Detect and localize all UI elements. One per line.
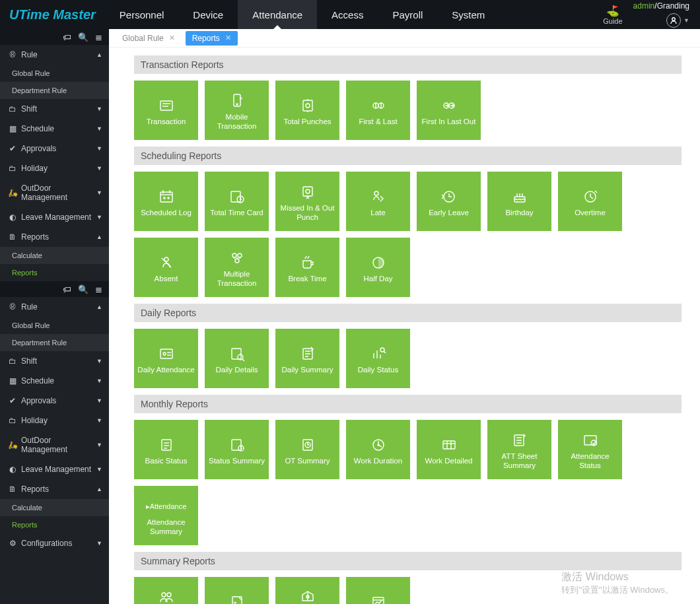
menu-item-schedule[interactable]: ▦ Schedule ▼: [0, 371, 109, 391]
report-card-overtime[interactable]: Overtime: [558, 172, 622, 231]
report-card-absent[interactable]: Absent: [134, 238, 198, 297]
report-card-break-time[interactable]: Break Time: [275, 238, 339, 297]
report-card-daily-details[interactable]: Daily Details: [205, 329, 269, 388]
header-tab-attendance[interactable]: Attendance: [238, 0, 317, 29]
menu-item-reports[interactable]: 🗎 Reports ▲: [0, 227, 109, 247]
menu-sub-calculate[interactable]: Calculate: [0, 499, 109, 516]
multi-icon: [227, 246, 247, 270]
svg-point-0: [672, 18, 675, 20]
menu-label: Leave Management: [18, 213, 96, 222]
report-card-attendance-status[interactable]: Attendance Status: [558, 420, 622, 479]
menu-item-approvals[interactable]: ✔ Approvals ▼: [0, 139, 109, 158]
card-grid: Scheduled Log Total Time Card Missed In …: [134, 172, 682, 297]
user-avatar-icon: [666, 13, 681, 28]
close-icon[interactable]: ✕: [225, 34, 231, 42]
menu-item-rule[interactable]: ® Rule ▲: [0, 45, 109, 65]
report-card-department-summary[interactable]: Department Summary: [275, 577, 339, 604]
report-card-missed-in-out-punch[interactable]: Missed In & Out Punch: [275, 172, 339, 231]
menu-item-leave-management[interactable]: ◐ Leave Management ▼: [0, 207, 109, 227]
report-card-multiple-transaction[interactable]: Multiple Transaction: [205, 238, 269, 297]
menu-item-outdoor-management[interactable]: 🛵 OutDoor Management ▼: [0, 430, 109, 459]
report-card-daily-attendance[interactable]: Daily Attendance: [134, 329, 198, 388]
card-label: Work Detailed: [425, 457, 472, 466]
menu-item-schedule[interactable]: ▦ Schedule ▼: [0, 119, 109, 139]
report-card-work-duration[interactable]: Work Duration: [346, 420, 410, 479]
report-card-work-detailed[interactable]: Work Detailed: [417, 420, 481, 479]
menu-sub-department-rule[interactable]: Department Rule: [0, 334, 109, 351]
menu-sub-global-rule[interactable]: Global Rule: [0, 317, 109, 334]
header-tab-device[interactable]: Device: [178, 0, 238, 29]
page-tab-global-rule[interactable]: Global Rule✕: [116, 31, 182, 46]
report-card-early-leave[interactable]: Early Leave: [417, 172, 481, 231]
svg-point-55: [378, 444, 379, 446]
menu-item-holiday[interactable]: 🗀 Holiday ▼: [0, 411, 109, 430]
menu-item-outdoor-management[interactable]: 🛵 OutDoor Management ▼: [0, 178, 109, 207]
guide-button[interactable]: ⛳ Guide: [603, 5, 622, 25]
user-menu[interactable]: ▼: [666, 13, 689, 28]
search-icon[interactable]: 🔍: [78, 32, 88, 42]
menu-label: Rule: [18, 50, 96, 59]
user-block: admin/Granding ▼: [633, 1, 689, 28]
report-card-leave-summary[interactable]: Leave Summary: [205, 577, 269, 604]
menu-label: Schedule: [18, 124, 96, 133]
report-card-scheduled-log[interactable]: Scheduled Log: [134, 172, 198, 231]
report-card-yearly-summary[interactable]: Yearly Summary: [346, 577, 410, 604]
guide-icon: ⛳: [606, 5, 619, 17]
menu-sub-department-rule[interactable]: Department Rule: [0, 82, 109, 99]
menu-icon: 🛵: [7, 188, 18, 197]
report-card-att-sheet-summary[interactable]: ATT Sheet Summary: [487, 420, 551, 479]
report-card-status-summary[interactable]: Status Summary: [205, 420, 269, 479]
list-icon[interactable]: ≣: [95, 32, 102, 42]
clockback-icon: [439, 185, 459, 209]
menu-icon: ⚙: [7, 539, 18, 548]
report-card-total-time-card[interactable]: Total Time Card: [205, 172, 269, 231]
menu-sub-calculate[interactable]: Calculate: [0, 247, 109, 264]
report-card-total-punches[interactable]: Total Punches: [275, 81, 339, 140]
report-card-transaction[interactable]: Transaction: [134, 81, 198, 140]
card-label: Early Leave: [429, 209, 469, 218]
page-tab-reports[interactable]: Reports✕: [186, 31, 238, 46]
list-icon[interactable]: ≣: [95, 285, 102, 294]
timecard-icon: [227, 185, 247, 209]
header-tab-payroll[interactable]: Payroll: [378, 0, 437, 29]
card-label: Status Summary: [209, 457, 265, 466]
menu-item-shift[interactable]: 🗀 Shift ▼: [0, 351, 109, 371]
statsum-icon: [227, 433, 247, 457]
menu-item-configurations[interactable]: ⚙ Configurations ▼: [0, 533, 109, 553]
menu-icon: 🗀: [7, 416, 18, 425]
header-tab-access[interactable]: Access: [317, 0, 378, 29]
svg-rect-1: [160, 101, 172, 110]
report-card-daily-summary[interactable]: Daily Summary: [275, 329, 339, 388]
menu-sub-reports[interactable]: Reports: [0, 264, 109, 281]
menu-sub-global-rule[interactable]: Global Rule: [0, 65, 109, 82]
report-card-employee-summary[interactable]: Employee Summary: [134, 577, 198, 604]
report-card-first-last[interactable]: First & Last: [346, 81, 410, 140]
menu-item-reports[interactable]: 🗎 Reports ▲: [0, 479, 109, 499]
report-card-half-day[interactable]: Half Day: [346, 238, 410, 297]
report-card-daily-status[interactable]: Daily Status: [346, 329, 410, 388]
menu-item-shift[interactable]: 🗀 Shift ▼: [0, 99, 109, 119]
menu-sub-reports[interactable]: Reports: [0, 516, 109, 533]
menu-item-holiday[interactable]: 🗀 Holiday ▼: [0, 158, 109, 178]
close-icon[interactable]: ✕: [169, 34, 175, 42]
card-label: Scheduled Log: [141, 209, 192, 218]
report-card-attendance-summary[interactable]: ▸Attendance Attendance Summary: [134, 486, 198, 545]
menu-item-leave-management[interactable]: ◐ Leave Management ▼: [0, 459, 109, 479]
search-icon[interactable]: 🔍: [78, 285, 88, 294]
mobile-icon: [227, 89, 247, 113]
report-card-late[interactable]: Late: [346, 172, 410, 231]
menu-icon: ◐: [7, 465, 18, 474]
report-card-birthday[interactable]: Birthday: [487, 172, 551, 231]
menu-item-approvals[interactable]: ✔ Approvals ▼: [0, 391, 109, 411]
tag-icon[interactable]: 🏷: [63, 285, 71, 294]
report-card-basic-status[interactable]: Basic Status: [134, 420, 198, 479]
tag-icon[interactable]: 🏷: [63, 32, 71, 42]
report-card-ot-summary[interactable]: OT Summary: [275, 420, 339, 479]
menu-item-rule[interactable]: ® Rule ▲: [0, 297, 109, 317]
header-tab-personnel[interactable]: Personnel: [105, 0, 179, 29]
report-card-mobile-transaction[interactable]: Mobile Transaction: [205, 81, 269, 140]
header-tab-system[interactable]: System: [437, 0, 499, 29]
menu-label: Rule: [18, 302, 96, 312]
break-icon: [298, 251, 318, 275]
report-card-first-in-last-out[interactable]: First In Last Out: [417, 81, 481, 140]
